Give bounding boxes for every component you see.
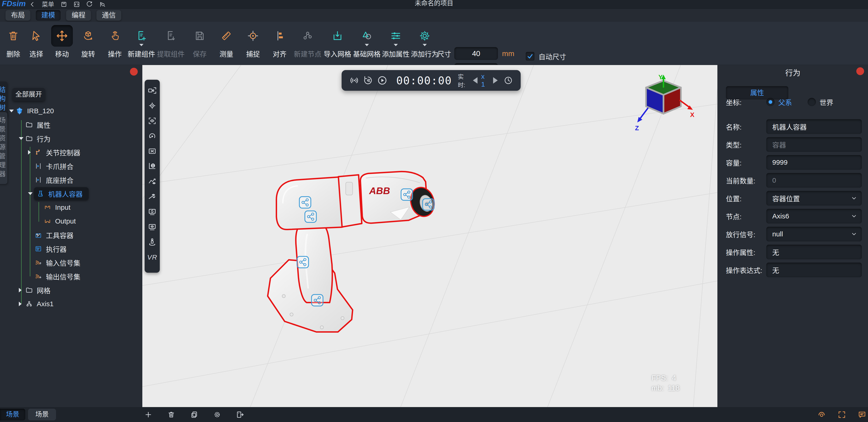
tree-item-gripper-merge[interactable]: 卡爪拼合: [0, 159, 142, 173]
speed-down-arrow[interactable]: [473, 77, 477, 84]
frame-camera-button[interactable]: [145, 83, 160, 98]
menu-button[interactable]: 菜单: [42, 0, 54, 8]
joint-link-icon[interactable]: [401, 189, 412, 200]
play-icon[interactable]: [377, 75, 388, 86]
frame-selected-button[interactable]: [145, 113, 160, 128]
auto-size-checkbox[interactable]: [526, 52, 534, 61]
screen-view-button[interactable]: [145, 219, 160, 235]
code-icon[interactable]: [73, 1, 80, 7]
node-dropdown[interactable]: Axis6: [766, 209, 862, 223]
reset-rewind-icon[interactable]: [363, 76, 373, 85]
tab-communication[interactable]: 通信: [96, 10, 121, 21]
avatar-walk-button[interactable]: [145, 235, 160, 250]
snap-target-icon: [247, 30, 259, 42]
operation-expression-input[interactable]: 无: [766, 263, 862, 277]
show-trajectory-button[interactable]: [145, 189, 160, 204]
save-button[interactable]: 保存: [188, 25, 212, 59]
chevron-right-icon[interactable]: [19, 288, 22, 293]
name-input[interactable]: 机器人容器: [766, 119, 862, 134]
comment-icon[interactable]: [858, 410, 866, 419]
tree-item-axis1[interactable]: Axis1: [0, 297, 142, 311]
import-mesh-button[interactable]: 导入网格: [326, 25, 349, 59]
chevron-right-icon[interactable]: [19, 302, 22, 306]
tree-item-base-merge[interactable]: 底座拼合: [0, 173, 142, 187]
scene-settings-icon[interactable]: [213, 411, 221, 419]
world-axes-button[interactable]: [145, 159, 160, 174]
selected-tree-item[interactable]: 机器人容器: [34, 187, 89, 200]
tree-item-input[interactable]: Input: [0, 201, 142, 214]
folder-icon: [25, 134, 33, 143]
tab-modeling[interactable]: 建模: [36, 10, 61, 21]
3d-viewport[interactable]: ABB 00:00:00 实时: x 1: [142, 65, 717, 407]
extract-component-button[interactable]: 提取组件: [159, 25, 183, 59]
screen-refresh-button[interactable]: [145, 204, 160, 219]
tree-item-irb120[interactable]: IRB_120: [0, 104, 142, 118]
move-button[interactable]: 移动: [50, 25, 74, 59]
align-button[interactable]: 对齐: [268, 25, 291, 59]
show-paths-button[interactable]: [145, 174, 160, 189]
release-signal-dropdown[interactable]: null: [766, 227, 862, 241]
refresh-icon[interactable]: [86, 1, 93, 7]
record-view-icon[interactable]: [817, 410, 826, 419]
joint-link-icon[interactable]: [305, 211, 316, 222]
speed-up-arrow[interactable]: [493, 77, 498, 84]
joint-link-icon[interactable]: [423, 199, 434, 210]
robot-model-irb120[interactable]: ABB: [262, 169, 448, 334]
tab-programming[interactable]: 编程: [66, 10, 91, 21]
delete-button[interactable]: 删除: [1, 25, 25, 59]
size-input[interactable]: [454, 47, 498, 60]
rotate-button[interactable]: 旋转: [76, 25, 100, 59]
back-icon[interactable]: [29, 1, 35, 7]
basic-mesh-button[interactable]: 基础网格: [355, 25, 379, 59]
new-node-button[interactable]: 新建节点: [296, 25, 319, 59]
chevron-down-icon[interactable]: [9, 110, 14, 112]
joint-link-icon[interactable]: [312, 295, 323, 306]
new-component-button[interactable]: 新建组件: [129, 25, 153, 59]
chevron-right-icon[interactable]: [28, 150, 31, 155]
search-log-icon[interactable]: [99, 1, 105, 7]
radio-world[interactable]: 世界: [808, 97, 833, 107]
fit-view-button[interactable]: [145, 144, 160, 159]
snap-button[interactable]: 捕捉: [241, 25, 265, 59]
archive-icon[interactable]: [61, 1, 67, 7]
tree-item-input-signal-set[interactable]: 输入信号集: [0, 256, 142, 269]
duplicate-scene-icon[interactable]: [190, 411, 198, 419]
joint-link-icon[interactable]: [297, 257, 309, 268]
measure-button[interactable]: 测量: [214, 25, 238, 59]
tab-layout[interactable]: 布局: [5, 10, 30, 21]
delete-scene-icon[interactable]: [167, 411, 176, 419]
tree-item-behaviors[interactable]: 行为: [0, 132, 142, 145]
position-dropdown[interactable]: 容器位置: [766, 191, 862, 206]
add-scene-icon[interactable]: [144, 411, 152, 419]
tree-item-mesh[interactable]: 网格: [0, 283, 142, 297]
capacity-input[interactable]: 9999: [766, 155, 862, 170]
chevron-down-icon[interactable]: [19, 137, 23, 140]
expand-all-button[interactable]: 全部展开: [12, 88, 45, 101]
scene-tab[interactable]: 场景: [28, 409, 56, 420]
tree-item-output-signal-set[interactable]: 输出信号集: [0, 269, 142, 283]
mem-label: mb:: [652, 384, 664, 392]
tree-item-tool-container[interactable]: 工具容器: [0, 228, 142, 242]
chevron-down-icon[interactable]: [28, 192, 33, 195]
radio-parent[interactable]: 父系: [766, 97, 792, 107]
tree-item-properties[interactable]: 属性: [0, 118, 142, 132]
focus-target-button[interactable]: [145, 98, 160, 113]
clock-icon[interactable]: [504, 76, 513, 85]
select-button[interactable]: 选择: [24, 25, 48, 59]
scene-tab-active[interactable]: 场景: [0, 409, 25, 420]
fullscreen-icon[interactable]: [837, 410, 846, 419]
tree-item-robot-container[interactable]: 机器人容器: [0, 187, 142, 201]
orientation-cube[interactable]: Y X Z: [631, 74, 695, 134]
export-scene-icon[interactable]: [236, 411, 244, 419]
add-property-button[interactable]: 添加属性: [384, 25, 408, 59]
tree-item-executor[interactable]: 执行器: [0, 242, 142, 256]
add-behavior-button[interactable]: 添加行为: [413, 25, 437, 59]
operation-property-input[interactable]: 无: [766, 245, 862, 259]
vr-mode-button[interactable]: VR: [145, 250, 160, 265]
operate-button[interactable]: 操作: [103, 25, 127, 59]
joint-link-icon[interactable]: [299, 197, 311, 208]
orbit-button[interactable]: [145, 128, 160, 144]
broadcast-icon[interactable]: [349, 76, 359, 85]
tree-item-joint-controller[interactable]: 关节控制器: [0, 145, 142, 159]
tree-item-output[interactable]: Output: [0, 214, 142, 228]
